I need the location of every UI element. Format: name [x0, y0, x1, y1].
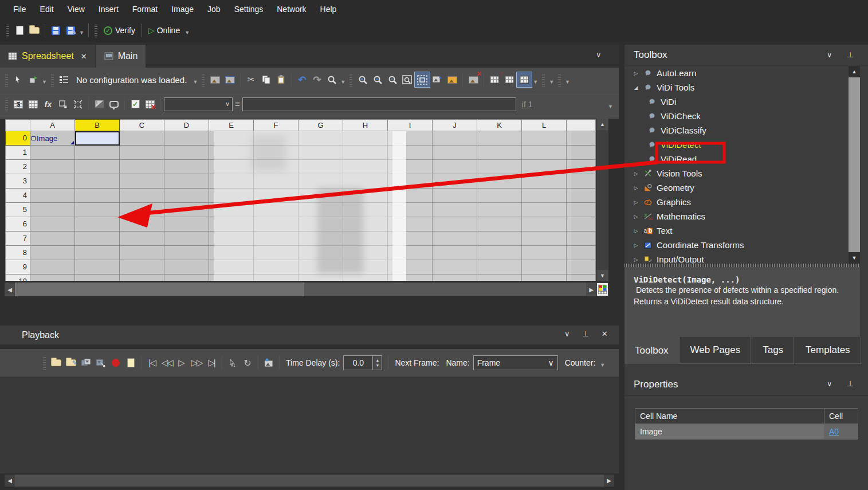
grid-cell-J9[interactable]: [433, 260, 477, 275]
toggle-grid-icon[interactable]: [517, 72, 532, 87]
grid-cell-D0[interactable]: [164, 131, 209, 146]
step-back-icon[interactable]: ◁◁: [159, 355, 174, 370]
tab-main[interactable]: Main: [96, 45, 146, 68]
grid-cell-F9[interactable]: [254, 260, 299, 275]
comment-icon[interactable]: [107, 97, 121, 112]
grid-cell-L6[interactable]: [522, 217, 567, 232]
menu-insert[interactable]: Insert: [92, 0, 125, 19]
grid-cell-H3[interactable]: [343, 174, 388, 189]
toolbar-grip[interactable]: [43, 356, 46, 370]
grid-cell-E5[interactable]: [209, 203, 254, 217]
tree-item-input-output[interactable]: ▷ Input/Output: [625, 252, 849, 264]
grid-cell-B3[interactable]: [75, 174, 120, 189]
grid-vertical-scrollbar[interactable]: ▲ ▼: [596, 119, 608, 281]
column-header-F[interactable]: F: [254, 119, 299, 131]
toolbar-grip[interactable]: [542, 73, 545, 87]
expander-collapsed-icon[interactable]: ▷: [633, 214, 639, 219]
grid-cell-C7[interactable]: [120, 232, 164, 246]
expander-collapsed-icon[interactable]: ▷: [633, 185, 639, 191]
grid-cell-partial[interactable]: [567, 131, 596, 146]
playback-panel-header[interactable]: Playback: [0, 326, 619, 344]
grid-cell-A10[interactable]: [30, 275, 75, 281]
grid-cell-F7[interactable]: [254, 232, 299, 246]
grid-cell-H2[interactable]: [343, 160, 388, 174]
grid-cell-D5[interactable]: [164, 203, 209, 217]
grid-cell-I6[interactable]: [388, 217, 433, 232]
row-header-4[interactable]: 4: [5, 189, 30, 203]
grid-cell-I1[interactable]: [388, 146, 433, 160]
grid-cell-K4[interactable]: [477, 189, 522, 203]
row-header-6[interactable]: 6: [5, 217, 30, 232]
grid-cell-K8[interactable]: [477, 246, 522, 260]
tree-item-text[interactable]: ▷ ab Text: [625, 224, 849, 238]
scroll-left-icon[interactable]: ◀: [5, 283, 15, 296]
grid-cell-A3[interactable]: [30, 174, 75, 189]
time-delay-stepper[interactable]: ▲▼: [373, 355, 382, 370]
grid-cell-A0[interactable]: Image: [30, 131, 75, 146]
grid-cell-E9[interactable]: [209, 260, 254, 275]
grid-cell-A9[interactable]: [30, 260, 75, 275]
grid-cell-D4[interactable]: [164, 189, 209, 203]
grid-cell-G0[interactable]: [299, 131, 343, 146]
image-zoom-icon[interactable]: [430, 72, 445, 87]
dock-tab-toolbox[interactable]: Toolbox: [625, 337, 679, 364]
pin-icon[interactable]: ⊥: [583, 330, 589, 338]
grid-cell-L0[interactable]: [522, 131, 567, 146]
toolbar-overflow-icon[interactable]: ▼: [533, 79, 538, 85]
open-recording-icon[interactable]: [49, 355, 64, 370]
grid-cell-I5[interactable]: [388, 203, 433, 217]
record-icon[interactable]: [108, 355, 123, 370]
expander-collapsed-icon[interactable]: ▷: [633, 171, 639, 177]
zoom-in-icon[interactable]: [355, 72, 370, 87]
expander-collapsed-icon[interactable]: ▷: [633, 257, 639, 262]
toolbar-overflow-icon[interactable]: ▼: [549, 79, 554, 85]
grid-cell-L2[interactable]: [522, 160, 567, 174]
configuration-list-icon[interactable]: [57, 72, 72, 87]
grid-cell-H5[interactable]: [343, 203, 388, 217]
column-header-A[interactable]: A: [30, 119, 75, 131]
menu-settings[interactable]: Settings: [228, 0, 270, 19]
find-icon[interactable]: [324, 72, 339, 87]
save-job-as-icon[interactable]: ✎: [63, 23, 78, 38]
column-header-L[interactable]: L: [522, 119, 567, 131]
grid-cell-K2[interactable]: [477, 160, 522, 174]
grid-cell-D3[interactable]: [164, 174, 209, 189]
grid-cell-B9[interactable]: [75, 260, 120, 275]
grid-cell-J6[interactable]: [433, 217, 477, 232]
grid-cell-C2[interactable]: [120, 160, 164, 174]
grid-cell-L4[interactable]: [522, 189, 567, 203]
insert-tool-icon[interactable]: [26, 72, 41, 87]
tree-item-vidiclassify[interactable]: ViDiClassify: [625, 123, 849, 138]
grid-cell-E1[interactable]: [209, 146, 254, 160]
online-button[interactable]: ▷ Online: [145, 23, 183, 38]
scroll-left-icon[interactable]: ◀: [5, 475, 15, 487]
tab-close-icon[interactable]: ✕: [81, 52, 87, 61]
import-snapshot-icon[interactable]: [222, 72, 237, 87]
toolbar-overflow-icon[interactable]: ▼: [565, 79, 570, 85]
chevron-down-icon[interactable]: ∨: [827, 50, 832, 59]
scroll-right-icon[interactable]: ▶: [586, 283, 596, 296]
tree-item-vidi-tools[interactable]: ◢ ViDi Tools: [625, 80, 849, 95]
grid-cell-G1[interactable]: [299, 146, 343, 160]
grid-cell-B2[interactable]: [75, 160, 120, 174]
zoom-fit-icon[interactable]: [415, 72, 430, 87]
toolbox-scrollbar[interactable]: ▲ ▼: [849, 66, 860, 264]
toolbar-overflow-icon[interactable]: ▼: [184, 30, 190, 36]
row-header-2[interactable]: 2: [5, 160, 30, 174]
expander-collapsed-icon[interactable]: ▷: [633, 70, 639, 76]
tab-spreadsheet[interactable]: Spreadsheet ✕: [0, 45, 95, 68]
tree-item-vidicheck[interactable]: ViDiCheck: [625, 109, 849, 123]
grid-cell-G7[interactable]: [299, 232, 343, 246]
toolbar-grip[interactable]: [5, 97, 8, 111]
cut-icon[interactable]: ✂: [243, 72, 258, 87]
grid-cell-G9[interactable]: [299, 260, 343, 275]
contrast-view-icon[interactable]: 1: [92, 97, 107, 112]
column-header-E[interactable]: E: [209, 119, 254, 131]
grid-cell-B0[interactable]: [75, 131, 120, 146]
grid-cell-F10[interactable]: [254, 275, 299, 281]
expander-collapsed-icon[interactable]: ▷: [633, 228, 639, 234]
toolbar-grip[interactable]: [349, 73, 352, 87]
grid-cell-F6[interactable]: [254, 217, 299, 232]
grid-cell-E2[interactable]: [209, 160, 254, 174]
scroll-up-icon[interactable]: ▲: [849, 66, 860, 77]
